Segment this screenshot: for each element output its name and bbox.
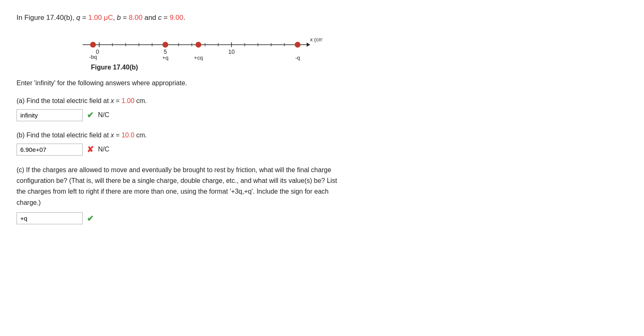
intro-b-value: 8.00 xyxy=(129,14,143,22)
part-c-input[interactable] xyxy=(17,212,83,224)
part-c-line2: configuration be? (That is, will there b… xyxy=(17,177,337,184)
svg-point-20 xyxy=(196,42,201,48)
part-c-answer-row: ✔ xyxy=(17,212,627,224)
intro-eq: = xyxy=(80,14,88,22)
svg-text:-bq: -bq xyxy=(89,54,97,60)
part-a-x-label: x xyxy=(111,97,114,104)
svg-marker-1 xyxy=(307,43,310,47)
part-a-answer-row: ✔ N/C xyxy=(17,109,627,121)
intro-b-label: b xyxy=(117,14,121,22)
svg-point-18 xyxy=(90,42,96,48)
part-b-label: (b) Find the total electric field at x =… xyxy=(17,130,627,140)
part-a-input[interactable] xyxy=(17,109,83,121)
svg-text:+q: +q xyxy=(162,55,169,61)
svg-text:10: 10 xyxy=(228,48,235,55)
part-b-unit: N/C xyxy=(98,146,110,153)
part-a-x-value: 1.00 xyxy=(122,97,134,104)
part-a-unit: N/C xyxy=(98,111,110,119)
part-a: (a) Find the total electric field at x =… xyxy=(17,96,627,121)
intro-q-label: q xyxy=(76,14,80,22)
intro-eq3: = xyxy=(162,14,169,22)
intro-period: . xyxy=(183,14,185,22)
part-b-answer-row: ✘ N/C xyxy=(17,144,627,156)
part-a-correct-icon: ✔ xyxy=(87,110,94,120)
part-b-input[interactable] xyxy=(17,144,83,156)
intro-and: and xyxy=(143,14,158,22)
intro-c-label: c xyxy=(158,14,162,22)
figure-caption: Figure 17.40(b) xyxy=(91,64,138,71)
part-c-line4: charge.) xyxy=(17,199,41,206)
number-line-svg: 0 -bq 5 +q +cq 10 x (cm) -q xyxy=(66,33,322,62)
part-c-text: (c) If the charges are allowed to move a… xyxy=(17,165,595,209)
part-a-label: (a) Find the total electric field at x =… xyxy=(17,96,627,106)
svg-text:+cq: +cq xyxy=(194,55,203,61)
part-b: (b) Find the total electric field at x =… xyxy=(17,130,627,156)
figure-area: 0 -bq 5 +q +cq 10 x (cm) -q Figure 17.40… xyxy=(66,33,627,71)
part-b-x-value: 10.0 xyxy=(122,132,134,139)
intro-q-value: 1.00 μC xyxy=(88,14,113,22)
part-c-line3: the charges from left to right if there … xyxy=(17,188,329,195)
svg-text:-q: -q xyxy=(295,55,300,61)
part-b-x-label: x xyxy=(111,132,114,139)
part-c-line1: (c) If the charges are allowed to move a… xyxy=(17,166,331,173)
svg-text:5: 5 xyxy=(164,48,167,55)
instruction: Enter 'infinity' for the following answe… xyxy=(17,79,627,87)
problem-intro: In Figure 17.40(b), q = 1.00 μC, b = 8.0… xyxy=(17,12,627,23)
svg-text:x (cm): x (cm) xyxy=(310,36,322,43)
part-c: (c) If the charges are allowed to move a… xyxy=(17,165,627,225)
intro-c-value: 9.00 xyxy=(169,14,183,22)
svg-point-21 xyxy=(295,42,301,48)
intro-comma1: , xyxy=(113,14,117,22)
intro-eq2: = xyxy=(121,14,129,22)
svg-point-19 xyxy=(162,42,168,48)
part-c-correct-icon: ✔ xyxy=(87,214,94,223)
intro-prefix: In Figure 17.40(b), xyxy=(17,14,76,22)
part-b-incorrect-icon: ✘ xyxy=(87,144,94,154)
